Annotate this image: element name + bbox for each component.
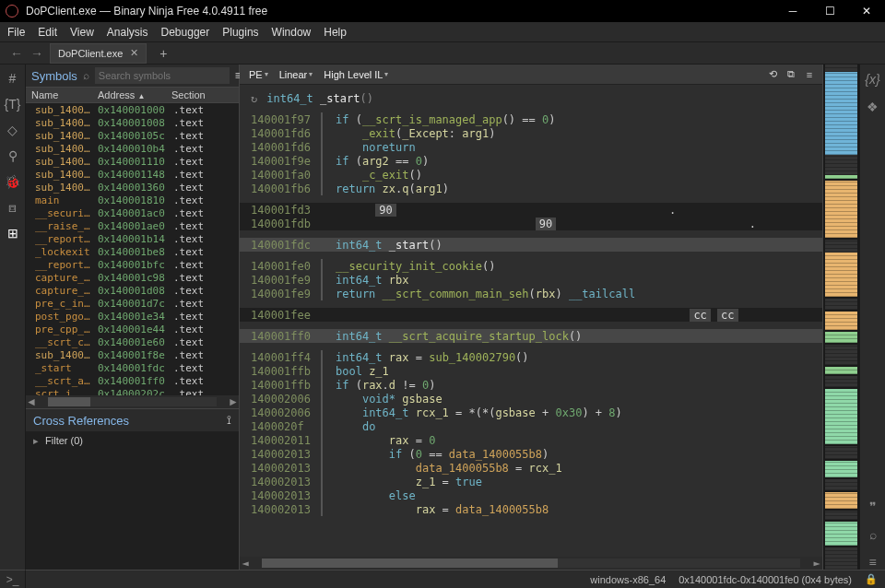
code-line[interactable]: 140001fd3 90 .: [240, 203, 822, 217]
il-dropdown[interactable]: High Level IL▾: [320, 69, 392, 80]
menu-icon[interactable]: ≡: [802, 69, 817, 80]
variable-icon[interactable]: {x}: [865, 72, 881, 87]
symbol-row[interactable]: sub_1400…0x14000105c.text: [26, 129, 239, 142]
code-line[interactable]: 1400020f do: [240, 419, 822, 433]
code-line[interactable]: 140001fa0 _c_exit(): [240, 168, 822, 182]
symbol-row[interactable]: _lockexit0x140001be8.text: [26, 245, 239, 258]
xref-collapse-icon[interactable]: ▸: [33, 435, 39, 446]
nav-forward-button[interactable]: →: [30, 46, 44, 61]
link-icon[interactable]: ⟲: [765, 68, 780, 80]
new-tab-button[interactable]: +: [152, 46, 174, 61]
code-line[interactable]: 140001f9eif (arg2 == 0): [240, 154, 822, 168]
symbol-row[interactable]: sub_1400…0x140001008.text: [26, 116, 239, 129]
menu-file[interactable]: File: [7, 26, 25, 39]
split-icon[interactable]: ⧉: [784, 68, 798, 80]
code-line[interactable]: 140001ffbif (rax.d != 0): [240, 378, 822, 392]
reload-icon[interactable]: ↻: [251, 92, 257, 105]
symbol-row[interactable]: capture_…0x140001c98.text: [26, 271, 239, 284]
xref-filter[interactable]: Filter (0): [45, 435, 83, 446]
code-line[interactable]: 140002013 data_1400055b8 = rcx_1: [240, 461, 822, 475]
symbol-row[interactable]: sub_1400…0x1400010b4.text: [26, 142, 239, 155]
symbol-row[interactable]: scrt i…0x14000202c.text: [26, 387, 239, 395]
symbol-row[interactable]: __scrt_a…0x140001ff0.text: [26, 374, 239, 387]
minimize-button[interactable]: ─: [774, 0, 811, 22]
file-tab[interactable]: DoPClient.exe ✕: [50, 43, 147, 64]
quote-icon[interactable]: ❞: [865, 500, 881, 514]
symbol-row[interactable]: sub_1400…0x140001000.text: [26, 103, 239, 116]
symbol-row[interactable]: _start0x140001fdc.text: [26, 361, 239, 374]
list-icon[interactable]: ≡: [865, 555, 881, 570]
code-line[interactable]: 140001f97if (__scrt_is_managed_app() == …: [240, 112, 822, 126]
format-dropdown[interactable]: PE▾: [245, 69, 272, 80]
graph-icon[interactable]: ⊞: [5, 225, 21, 241]
code-line[interactable]: 140002013 else: [240, 488, 822, 502]
col-address-header[interactable]: Address ▲: [92, 89, 166, 100]
code-line[interactable]: 140002006 void* gsbase: [240, 392, 822, 406]
symbol-row[interactable]: __securi…0x140001ac0.text: [26, 206, 239, 219]
close-tab-icon[interactable]: ✕: [130, 47, 138, 59]
code-line[interactable]: 140002013 rax = data_1400055b8: [240, 502, 822, 516]
user-icon[interactable]: ⚲: [5, 147, 21, 164]
menu-help[interactable]: Help: [324, 26, 347, 39]
menu-window[interactable]: Window: [272, 26, 312, 39]
search-right-icon[interactable]: ⌕: [865, 527, 881, 542]
menu-plugins[interactable]: Plugins: [222, 26, 258, 39]
layers-icon[interactable]: ❖: [865, 100, 881, 114]
code-line[interactable]: 140001fd6 noreturn: [240, 140, 822, 154]
symbol-row[interactable]: pre_c_in…0x140001d7c.text: [26, 297, 239, 310]
menu-view[interactable]: View: [70, 26, 94, 39]
console-icon[interactable]: >_: [6, 573, 19, 586]
code-line[interactable]: 140002013 if (0 == data_1400055b8): [240, 447, 822, 461]
close-button[interactable]: ✕: [848, 0, 885, 22]
symbol-row[interactable]: __raise_…0x140001ae0.text: [26, 219, 239, 232]
xref-title: Cross References: [33, 414, 129, 428]
col-name-header[interactable]: Name: [26, 89, 92, 100]
menu-analysis[interactable]: Analysis: [107, 26, 148, 39]
tag-icon[interactable]: ◇: [5, 122, 21, 138]
symbol-row[interactable]: main0x140001810.text: [26, 194, 239, 206]
status-arch: windows-x86_64: [590, 574, 666, 585]
symbol-row[interactable]: sub_1400…0x140001360.text: [26, 181, 239, 194]
code-line[interactable]: 140001fdb 90 .: [240, 217, 822, 230]
minimap[interactable]: [822, 65, 859, 570]
symbols-search-input[interactable]: [95, 67, 230, 84]
symbol-row[interactable]: post_pgo…0x140001e34.text: [26, 310, 239, 323]
stack-icon[interactable]: ⧈: [5, 199, 21, 216]
code-line[interactable]: 140001fe9int64_t rbx: [240, 273, 822, 287]
code-line[interactable]: 140001ff4int64_t rax = sub_140002790(): [240, 350, 822, 364]
symbol-row[interactable]: __scrt_c…0x140001e60.text: [26, 335, 239, 348]
maximize-button[interactable]: ☐: [811, 0, 848, 22]
lock-icon[interactable]: 🔒: [865, 573, 878, 585]
pin-icon[interactable]: ⟟: [227, 413, 231, 428]
symbol-row[interactable]: sub_1400…0x140001148.text: [26, 168, 239, 181]
col-section-header[interactable]: Section: [166, 89, 239, 100]
search-icon: ⌕: [83, 69, 89, 82]
code-line[interactable]: 140001fd6 _exit(_Except: arg1): [240, 126, 822, 140]
code-line[interactable]: 140002006 int64_t rcx_1 = *(*(gsbase + 0…: [240, 406, 822, 419]
view-dropdown[interactable]: Linear▾: [276, 69, 317, 80]
menu-debugger[interactable]: Debugger: [161, 26, 210, 39]
code-line[interactable]: 140002013 z_1 = true: [240, 475, 822, 488]
symbol-row[interactable]: pre_cpp_…0x140001e44.text: [26, 323, 239, 335]
nav-back-button[interactable]: ←: [9, 46, 24, 61]
hash-icon[interactable]: #: [5, 70, 21, 87]
code-line[interactable]: 140001ffbbool z_1: [240, 364, 822, 378]
menu-edit[interactable]: Edit: [38, 26, 57, 39]
code-line[interactable]: 140001fee cc cc ..: [240, 308, 822, 322]
symbol-row[interactable]: capture_…0x140001d08.text: [26, 284, 239, 297]
code-line[interactable]: 140002011 rax = 0: [240, 433, 822, 447]
code-line[interactable]: 140001fdcint64_t _start(): [240, 238, 822, 252]
symbol-row[interactable]: __report…0x140001bfc.text: [26, 258, 239, 271]
code-line[interactable]: 140001fe0__security_init_cookie(): [240, 259, 822, 273]
code-line[interactable]: 140001fb6return zx.q(arg1): [240, 182, 822, 195]
bug-icon[interactable]: 🐞: [5, 173, 21, 190]
symbols-hscroll[interactable]: ◄►: [26, 395, 239, 408]
symbol-row[interactable]: sub_1400…0x140001110.text: [26, 155, 239, 168]
code-line[interactable]: 140001fe9return __scrt_common_main_seh(r…: [240, 287, 822, 300]
braces-icon[interactable]: {T}: [5, 96, 21, 112]
symbol-row[interactable]: sub_1400…0x140001f8e.text: [26, 348, 239, 361]
symbol-row[interactable]: __report…0x140001b14.text: [26, 232, 239, 245]
code-line[interactable]: 140001ff0int64_t __scrt_acquire_startup_…: [240, 329, 822, 343]
app-logo: [6, 5, 18, 18]
code-hscroll[interactable]: ◄►: [240, 557, 822, 570]
